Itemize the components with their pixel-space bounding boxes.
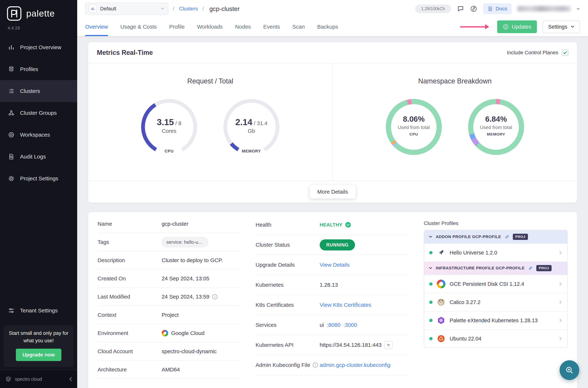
breadcrumb-clusters-link[interactable]: Clusters xyxy=(179,6,198,12)
cluster-profiles-panel: ADDON PROFILE GCP-PROFILE PROJ Hello Uni… xyxy=(424,230,568,348)
detail-row-health: Health HEALTHY xyxy=(256,215,408,235)
chat-icon[interactable] xyxy=(457,5,464,12)
spectro-cloud-logo-icon xyxy=(5,376,12,382)
checkbox-checked-icon[interactable] xyxy=(562,49,568,56)
chevron-right-icon xyxy=(559,300,562,304)
memory-gauge-label: MEMORY xyxy=(223,149,279,154)
cluster-profiles-title: Cluster Profiles xyxy=(424,220,568,226)
view-k8s-certificates-link[interactable]: View K8s Certificates xyxy=(320,302,371,308)
cluster-profiles-column: Cluster Profiles ADDON PROFILE GCP-PROFI… xyxy=(424,215,568,388)
detail-row-cluster-status: Cluster Status RUNNING xyxy=(256,235,408,255)
tab-scan[interactable]: Scan xyxy=(292,18,305,36)
collapse-sidebar-icon[interactable] xyxy=(69,377,72,381)
tab-profile[interactable]: Profile xyxy=(169,18,185,36)
sidebar-footer: spectro cloud xyxy=(0,370,77,388)
profile-item-ubuntu[interactable]: Ubuntu 22.04 xyxy=(424,329,567,348)
sidebar-item-label: Cluster Groups xyxy=(20,110,57,116)
page-content: Metrics Real-Time Include Control Planes… xyxy=(77,36,588,388)
tab-events[interactable]: Events xyxy=(263,18,280,36)
namespace-cpu-donut: 8.06% Used from total CPU xyxy=(386,99,442,155)
sidebar-item-tenant-settings[interactable]: Tenant Settings xyxy=(0,300,77,321)
addon-profile-group-header[interactable]: ADDON PROFILE GCP-PROFILE PROJ xyxy=(424,230,567,243)
chevron-down-icon xyxy=(429,266,432,270)
docs-button[interactable]: Docs xyxy=(483,3,512,14)
updates-label: Updates xyxy=(512,24,531,30)
profile-item-palette-kubernetes[interactable]: Palette eXtended Kubernetes 1.28.13 xyxy=(424,311,567,329)
tab-workloads[interactable]: Workloads xyxy=(197,18,223,36)
sidebar-item-label: Project Settings xyxy=(20,175,58,182)
tab-backups[interactable]: Backups xyxy=(317,18,338,36)
upgrade-now-button[interactable]: Upgrade now xyxy=(16,349,61,361)
detail-row-upgrade-details: Upgrade Details View Details xyxy=(256,255,408,275)
infrastructure-profile-group-header[interactable]: INFRASTRUCTURE PROFILE GCP-PROFILE PROJ xyxy=(424,262,567,275)
chevron-right-icon xyxy=(559,250,562,255)
tab-overview[interactable]: Overview xyxy=(85,18,108,36)
chain-link-icon[interactable] xyxy=(528,266,533,271)
include-control-planes-toggle[interactable]: Include Control Planes xyxy=(507,49,568,56)
check-circle-icon xyxy=(345,222,351,228)
tab-nodes[interactable]: Nodes xyxy=(235,18,251,36)
settings-button[interactable]: Settings xyxy=(543,21,580,33)
user-name-redacted[interactable] xyxy=(517,6,570,11)
sidebar-item-profiles[interactable]: Profiles xyxy=(0,58,77,80)
tab-usage-costs[interactable]: Usage & Costs xyxy=(120,18,157,36)
cluster-details-card: Name gcp-cluster Tags service: hello-uni… xyxy=(88,212,577,388)
namespace-cpu-caption: Used from total xyxy=(398,125,430,130)
link-icon[interactable] xyxy=(470,5,477,12)
kubeconfig-download-link[interactable]: admin.gcp-cluster.kubeconfig xyxy=(320,362,390,368)
app-root: palette 4.4.19 Project Overview Profiles… xyxy=(0,0,588,388)
sidebar-item-project-settings[interactable]: Project Settings xyxy=(0,168,77,190)
topbar: Default / Clusters / gcp-cluster 1.29/10… xyxy=(77,0,588,18)
page-title: gcp-cluster xyxy=(209,5,240,12)
info-icon[interactable]: i xyxy=(212,294,217,299)
breadcrumb-separator: / xyxy=(173,6,174,12)
gear-icon xyxy=(8,175,15,182)
metrics-card: Metrics Real-Time Include Control Planes… xyxy=(88,42,577,203)
view-details-link[interactable]: View Details xyxy=(320,262,350,268)
profile-item-gce-csi[interactable]: GCE Persistent Disk CSI 1.12.4 xyxy=(424,275,567,293)
calico-cat-icon xyxy=(436,298,446,306)
status-dot xyxy=(429,337,432,340)
sidebar-item-workspaces[interactable]: Workspaces xyxy=(0,124,77,146)
sidebar-item-label: Workspaces xyxy=(20,132,50,138)
refresh-circle-icon xyxy=(503,24,509,30)
cpu-total-value: / 8 xyxy=(175,120,181,126)
detail-row-kubernetes-api: Kubernetes API https://34.54.126.181:443 xyxy=(256,335,408,355)
sliders-icon xyxy=(8,307,15,314)
sidebar-item-clusters[interactable]: Clusters xyxy=(0,80,77,102)
chevron-down-icon xyxy=(160,7,165,11)
namespace-memory-caption: Used from total xyxy=(480,125,512,130)
more-details-button[interactable]: More Details xyxy=(310,185,356,198)
project-selector[interactable]: Default xyxy=(85,3,168,15)
cpu-used-value: 3.15 xyxy=(157,117,174,127)
cluster-info-column: Name gcp-cluster Tags service: hello-uni… xyxy=(98,215,240,388)
copy-icon[interactable] xyxy=(384,341,392,349)
main-area: Default / Clusters / gcp-cluster 1.29/10… xyxy=(77,0,588,388)
info-icon[interactable]: i xyxy=(313,363,318,368)
sidebar-item-cluster-groups[interactable]: Cluster Groups xyxy=(0,102,77,124)
profile-item-hello-universe[interactable]: Hello Universe 1.2.0 xyxy=(424,243,567,262)
detail-row-kubernetes: Kubernetes 1.28.13 xyxy=(256,275,408,295)
detail-row-name: Name gcp-cluster xyxy=(98,215,240,233)
promo-text: Start small and only pay for what you us… xyxy=(9,330,68,343)
chevron-down-icon[interactable] xyxy=(576,7,580,11)
detail-row-last-modified: Last Modified 24 Sep 2024, 13:59i xyxy=(98,288,240,306)
updates-button[interactable]: Updates xyxy=(497,20,537,33)
service-port-8080-link[interactable]: :8080 xyxy=(327,322,340,328)
bar-chart-icon xyxy=(8,44,15,51)
health-status-text: HEALTHY xyxy=(320,222,342,228)
namespace-breakdown-title: Namespace Breakdown xyxy=(340,77,570,85)
search-fab-button[interactable] xyxy=(560,360,579,380)
tag-chip[interactable]: service: hello-uni... xyxy=(162,237,208,247)
profile-item-calico[interactable]: Calico 3.27.2 xyxy=(424,293,567,311)
namespace-memory-donut: 6.84% Used from total MEMORY xyxy=(468,99,524,155)
topbar-right: 1.29/100kCh Docs xyxy=(415,3,580,14)
include-control-planes-label: Include Control Planes xyxy=(507,50,558,56)
memory-total-value: / 31.4 xyxy=(254,120,268,126)
gcp-disk-icon xyxy=(436,280,446,288)
sidebar-item-project-overview[interactable]: Project Overview xyxy=(0,36,77,58)
chain-link-icon[interactable] xyxy=(504,234,510,239)
service-port-3000-link[interactable]: :3000 xyxy=(343,322,357,328)
sidebar-item-audit-logs[interactable]: Audit Logs xyxy=(0,146,77,168)
profile-group-name: ADDON PROFILE GCP-PROFILE xyxy=(436,234,501,239)
